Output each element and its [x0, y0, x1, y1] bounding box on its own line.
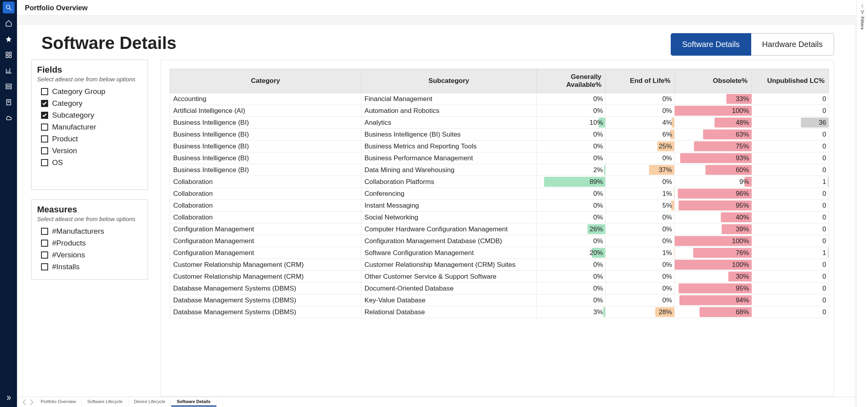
column-header[interactable]: End of Life% — [606, 69, 675, 93]
tab-software-details[interactable]: Software Details — [671, 33, 751, 56]
column-header[interactable]: Category — [170, 69, 361, 93]
metric-cell: 0% — [606, 152, 675, 164]
metric-cell: 6% — [606, 129, 675, 141]
fields-option[interactable]: Subcategory — [37, 109, 142, 121]
table-row[interactable]: Artificial Intelligence (AI)Automation a… — [170, 105, 829, 117]
checkbox-icon — [41, 135, 48, 143]
apps-icon[interactable] — [3, 49, 15, 61]
measures-option[interactable]: #Versions — [37, 249, 142, 261]
metric-cell: 48% — [675, 117, 752, 129]
chart-icon[interactable] — [3, 65, 15, 77]
subcategory-cell: Collaboration Platforms — [361, 176, 536, 188]
sheet-tab[interactable]: Device Lifecycle — [129, 398, 171, 407]
star-icon[interactable] — [3, 33, 15, 45]
document-icon[interactable] — [3, 96, 15, 108]
fields-label: Product — [52, 135, 78, 143]
fields-option[interactable]: Product — [37, 133, 142, 145]
metric-cell: 0% — [606, 176, 675, 188]
metric-cell: 0% — [606, 212, 675, 223]
metric-cell: 0% — [606, 223, 675, 235]
checkbox-icon — [41, 112, 48, 119]
metric-cell: 0% — [537, 105, 606, 117]
search-icon[interactable] — [3, 2, 15, 13]
metric-cell: 60% — [675, 164, 752, 176]
metric-cell: 36 — [752, 117, 829, 129]
subcategory-cell: Conferencing — [361, 188, 536, 200]
measures-option[interactable]: #Installs — [37, 261, 142, 273]
metric-cell: 1% — [606, 247, 675, 259]
metric-cell: 40% — [675, 212, 752, 223]
expand-rail-icon[interactable] — [3, 392, 15, 404]
metric-cell: 0 — [752, 141, 829, 152]
table-row[interactable]: Customer Relationship Management (CRM)Ot… — [170, 271, 829, 283]
table-row[interactable]: AccountingFinancial Management0%0%33%0 — [170, 93, 829, 105]
cloud-icon[interactable] — [3, 112, 15, 124]
table-row[interactable]: Business Intelligence (BI)Analytics10%4%… — [170, 117, 829, 129]
fields-option[interactable]: Category — [37, 98, 142, 109]
subcategory-cell: Financial Management — [361, 93, 536, 105]
subcategory-cell: Business Metrics and Reporting Tools — [361, 141, 536, 152]
fields-option[interactable]: Category Group — [37, 86, 142, 98]
subcategory-cell: Social Networking — [361, 212, 536, 223]
home-icon[interactable] — [3, 17, 15, 29]
category-cell: Customer Relationship Management (CRM) — [170, 271, 361, 283]
tab-hardware-details[interactable]: Hardware Details — [751, 33, 834, 56]
measures-option[interactable]: #Products — [37, 237, 142, 249]
category-cell: Collaboration — [170, 212, 361, 223]
metric-cell: 94% — [675, 294, 752, 306]
metric-cell: 89% — [537, 176, 606, 188]
table-row[interactable]: Configuration ManagementSoftware Configu… — [170, 247, 829, 259]
table-row[interactable]: Database Management Systems (DBMS)Relati… — [170, 306, 829, 318]
measures-panel: Measures Select atleast one from below o… — [31, 199, 148, 279]
fields-option[interactable]: Version — [37, 145, 142, 157]
page-title: Software Details — [41, 33, 176, 53]
checkbox-icon — [41, 228, 48, 235]
table-row[interactable]: CollaborationCollaboration Platforms89%0… — [170, 176, 829, 188]
sheet-prev-icon[interactable] — [21, 399, 28, 406]
data-grid: CategorySubcategoryGenerally Available%E… — [161, 60, 834, 397]
svg-rect-6 — [6, 84, 11, 86]
fields-label: Manufacturer — [52, 123, 96, 131]
fields-option[interactable]: Manufacturer — [37, 121, 142, 133]
column-header[interactable]: Unpublished LC% — [752, 69, 829, 93]
svg-point-0 — [6, 5, 10, 9]
sheet-tab[interactable]: Software Lifecycle — [82, 398, 128, 407]
table-row[interactable]: Business Intelligence (BI)Business Metri… — [170, 141, 829, 152]
table-row[interactable]: Business Intelligence (BI)Business Intel… — [170, 129, 829, 141]
metric-cell: 100% — [675, 259, 752, 271]
metric-cell: 20% — [537, 247, 606, 259]
column-header[interactable]: Generally Available% — [537, 69, 606, 93]
table-row[interactable]: Database Management Systems (DBMS)Docume… — [170, 283, 829, 294]
fields-subtitle: Select atleast one from below options — [37, 76, 142, 83]
measures-title: Measures — [37, 204, 142, 215]
category-cell: Accounting — [170, 93, 361, 105]
measures-option[interactable]: #Manufacturers — [37, 225, 142, 237]
metric-cell: 0 — [752, 129, 829, 141]
server-icon[interactable] — [3, 81, 15, 92]
page-header: Portfolio Overview — [17, 0, 856, 16]
sheet-tab[interactable]: Software Details — [171, 398, 217, 407]
table-row[interactable]: Configuration ManagementComputer Hardwar… — [170, 223, 829, 235]
column-header[interactable]: Obsolete% — [675, 69, 752, 93]
table-row[interactable]: CollaborationSocial Networking0%0%40%0 — [170, 212, 829, 223]
sheet-next-icon[interactable] — [28, 399, 35, 406]
metric-cell: 0% — [537, 200, 606, 212]
category-cell: Collaboration — [170, 176, 361, 188]
table-row[interactable]: Database Management Systems (DBMS)Key-Va… — [170, 294, 829, 306]
metric-cell: 0% — [537, 212, 606, 223]
table-row[interactable]: CollaborationConferencing0%1%96%0 — [170, 188, 829, 200]
category-cell: Database Management Systems (DBMS) — [170, 283, 361, 294]
table-row[interactable]: Configuration ManagementConfiguration Ma… — [170, 235, 829, 247]
table-row[interactable]: Customer Relationship Management (CRM)Cu… — [170, 259, 829, 271]
view-tabs: Software Details Hardware Details — [671, 33, 834, 56]
sheet-tab[interactable]: Portfolio Overview — [35, 398, 82, 407]
category-cell: Business Intelligence (BI) — [170, 152, 361, 164]
table-row[interactable]: Business Intelligence (BI)Business Perfo… — [170, 152, 829, 164]
metric-cell: 26% — [537, 223, 606, 235]
fields-option[interactable]: OS — [37, 157, 142, 169]
table-row[interactable]: CollaborationInstant Messaging0%5%95%0 — [170, 200, 829, 212]
column-header[interactable]: Subcategory — [361, 69, 536, 93]
filters-rail[interactable]: Filters — [856, 0, 868, 407]
table-row[interactable]: Business Intelligence (BI)Data Mining an… — [170, 164, 829, 176]
fields-panel: Fields Select atleast one from below opt… — [31, 60, 148, 190]
